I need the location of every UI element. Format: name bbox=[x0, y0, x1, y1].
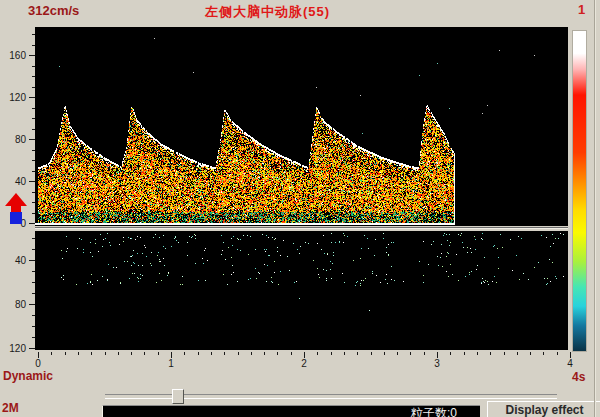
dynamic-label: Dynamic bbox=[3, 369, 53, 383]
axis-tick bbox=[530, 352, 531, 355]
axis-tick bbox=[32, 45, 35, 46]
axis-tick bbox=[32, 150, 35, 151]
right-edge-divider-highlight bbox=[595, 0, 596, 417]
axis-tick bbox=[158, 352, 159, 355]
axis-tick bbox=[29, 139, 35, 140]
axis-tick bbox=[410, 352, 411, 355]
axis-tick bbox=[344, 352, 345, 355]
axis-tick bbox=[32, 337, 35, 338]
axis-tick bbox=[118, 352, 119, 355]
axis-tick-label: 80 bbox=[15, 134, 26, 145]
axis-tick bbox=[29, 181, 35, 182]
axis-tick bbox=[264, 352, 265, 355]
axis-tick bbox=[65, 352, 66, 355]
axis-tick bbox=[29, 348, 35, 349]
axis-tick bbox=[277, 352, 278, 355]
axis-tick-label: 120 bbox=[9, 343, 26, 354]
axis-tick bbox=[397, 352, 398, 355]
axis-tick bbox=[224, 352, 225, 355]
axis-tick bbox=[184, 352, 185, 355]
velocity-scale-label: 312cm/s bbox=[28, 3, 79, 18]
sweep-scrollbar-thumb[interactable] bbox=[172, 389, 184, 404]
axis-tick bbox=[131, 352, 132, 355]
axis-tick bbox=[504, 352, 505, 355]
axis-tick bbox=[78, 352, 79, 355]
probe-label: 2M bbox=[2, 401, 19, 415]
axis-tick bbox=[32, 238, 35, 239]
axis-tick bbox=[32, 192, 35, 193]
axis-tick bbox=[29, 304, 35, 305]
axis-tick bbox=[32, 315, 35, 316]
axis-tick bbox=[29, 260, 35, 261]
axis-tick bbox=[211, 352, 212, 355]
axis-tick-label: 120 bbox=[9, 92, 26, 103]
axis-tick bbox=[32, 160, 35, 161]
sweep-time-label: 4s bbox=[572, 370, 585, 384]
axis-tick-label: 40 bbox=[15, 255, 26, 266]
axis-tick bbox=[29, 55, 35, 56]
axis-tick bbox=[424, 352, 425, 355]
particle-count-label: 粒子数:0 bbox=[411, 406, 457, 417]
axis-tick-label: 160 bbox=[9, 50, 26, 61]
axis-tick bbox=[51, 352, 52, 355]
axis-tick bbox=[32, 249, 35, 250]
axis-tick bbox=[384, 352, 385, 355]
axis-tick bbox=[32, 129, 35, 130]
spectrum-canvas-forward bbox=[35, 27, 568, 226]
axis-tick-label: 1 bbox=[163, 358, 179, 369]
status-bar: 粒子数:0 bbox=[102, 405, 480, 417]
axis-tick bbox=[105, 352, 106, 355]
axis-tick-label: 3 bbox=[429, 358, 445, 369]
y-axis-reverse: 4080120 bbox=[0, 231, 35, 350]
color-scale-bar bbox=[572, 30, 587, 352]
axis-tick bbox=[543, 352, 544, 355]
axis-tick bbox=[91, 352, 92, 355]
x-axis-time: 01234 bbox=[35, 351, 580, 369]
axis-tick bbox=[32, 66, 35, 67]
gain-index-label: 1 bbox=[578, 2, 585, 17]
axis-tick bbox=[198, 352, 199, 355]
axis-tick bbox=[251, 352, 252, 355]
axis-tick bbox=[32, 202, 35, 203]
axis-tick bbox=[371, 352, 372, 355]
axis-tick bbox=[331, 352, 332, 355]
exam-title: 左侧大脑中动脉(55) bbox=[205, 3, 330, 21]
axis-tick-label: 80 bbox=[15, 299, 26, 310]
axis-tick bbox=[32, 271, 35, 272]
baseline-divider-highlight bbox=[35, 228, 568, 229]
axis-tick bbox=[317, 352, 318, 355]
axis-tick bbox=[32, 108, 35, 109]
axis-tick bbox=[32, 87, 35, 88]
flow-direction-arrow-icon bbox=[3, 192, 31, 225]
axis-tick bbox=[517, 352, 518, 355]
axis-tick-label: 4 bbox=[562, 358, 578, 369]
ultrasound-doppler-screen: 312cm/s 左侧大脑中动脉(55) 1 04080120160 408012… bbox=[0, 0, 600, 417]
axis-tick bbox=[32, 293, 35, 294]
axis-tick bbox=[29, 97, 35, 98]
axis-tick bbox=[557, 352, 558, 355]
axis-tick-label: 2 bbox=[296, 358, 312, 369]
axis-tick-label: 40 bbox=[15, 176, 26, 187]
axis-tick bbox=[32, 34, 35, 35]
axis-tick bbox=[291, 352, 292, 355]
axis-tick bbox=[464, 352, 465, 355]
spectrum-panel-forward bbox=[35, 27, 568, 226]
axis-tick bbox=[238, 352, 239, 355]
axis-tick bbox=[32, 326, 35, 327]
axis-tick bbox=[490, 352, 491, 355]
axis-tick bbox=[32, 282, 35, 283]
spectrum-canvas-reverse bbox=[35, 231, 568, 350]
axis-tick bbox=[450, 352, 451, 355]
axis-tick bbox=[32, 118, 35, 119]
axis-tick bbox=[477, 352, 478, 355]
axis-tick bbox=[32, 171, 35, 172]
axis-tick bbox=[144, 352, 145, 355]
spectrum-panel-reverse bbox=[35, 231, 568, 350]
axis-tick bbox=[357, 352, 358, 355]
axis-tick bbox=[32, 76, 35, 77]
display-effect-button[interactable]: Display effect bbox=[487, 401, 600, 417]
axis-tick bbox=[32, 213, 35, 214]
axis-tick-label: 0 bbox=[30, 358, 46, 369]
